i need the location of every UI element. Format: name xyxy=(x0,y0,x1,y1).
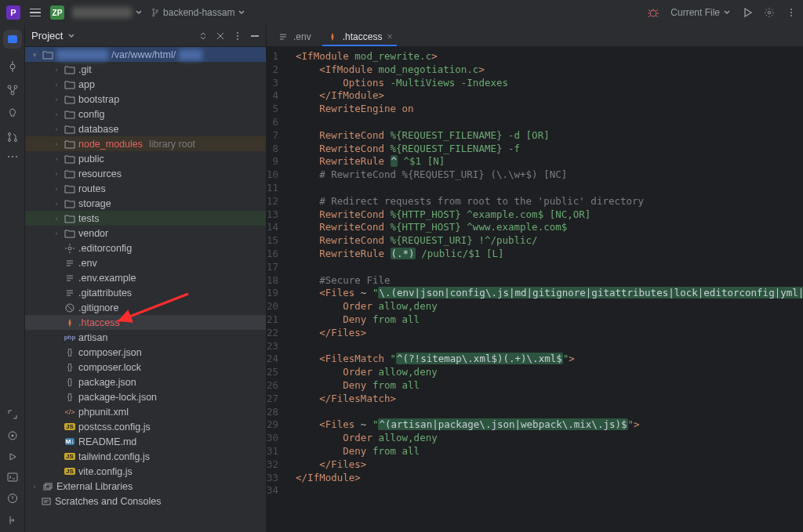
folder-icon xyxy=(64,184,75,194)
lines-icon xyxy=(64,288,75,298)
editor-area: .env.htaccess× 1234567891011121314151617… xyxy=(267,25,803,532)
tree-item-routes[interactable]: ›routes xyxy=(25,181,266,196)
tree-item--env[interactable]: .env xyxy=(25,255,266,270)
tree-item--env-example[interactable]: .env.example xyxy=(25,270,266,285)
tree-root[interactable]: ▾x /var/www/html/x xyxy=(25,47,266,62)
kebab-icon[interactable] xyxy=(233,31,242,41)
folder-icon xyxy=(64,229,75,238)
svg-point-9 xyxy=(10,64,15,69)
apache-icon xyxy=(327,32,338,42)
sidebar-title: Project xyxy=(31,30,63,42)
tree-item-public[interactable]: ›public xyxy=(25,151,266,166)
tree-item-phpunit-xml[interactable]: </>phpunit.xml xyxy=(25,404,266,419)
tree-item-storage[interactable]: ›storage xyxy=(25,196,266,211)
tree-item-package-lock-json[interactable]: {}package-lock.json xyxy=(25,389,266,404)
bulb-icon[interactable] xyxy=(8,108,17,119)
tree-item-vite-config-js[interactable]: JSvite.config.js xyxy=(25,464,266,479)
svg-point-10 xyxy=(8,85,11,89)
svg-point-1 xyxy=(153,15,154,16)
select-opened-icon[interactable] xyxy=(198,31,208,41)
svg-point-25 xyxy=(237,38,238,40)
tab--env[interactable]: .env xyxy=(270,27,319,46)
collapse-icon[interactable] xyxy=(216,31,225,41)
json-icon: {} xyxy=(64,348,75,356)
svg-point-5 xyxy=(790,9,792,10)
svg-rect-26 xyxy=(251,35,259,37)
tree-item-node_modules[interactable]: ›node_moduleslibrary root xyxy=(25,136,266,151)
vcs-branch[interactable]: backend-hassam xyxy=(151,7,245,18)
debug-bug-icon[interactable] xyxy=(647,6,659,19)
tree-item-vendor[interactable]: ›vendor xyxy=(25,226,266,241)
chevron-down-icon[interactable] xyxy=(67,32,75,40)
vcs-bottom-icon[interactable] xyxy=(7,515,18,526)
tree-item-composer-json[interactable]: {}composer.json xyxy=(25,345,266,360)
services-icon[interactable] xyxy=(7,430,18,441)
svg-point-7 xyxy=(790,15,792,16)
expand-icon[interactable] xyxy=(8,410,17,419)
folder-icon xyxy=(64,125,75,134)
tree-item-tailwind-config-js[interactable]: JStailwind.config.js xyxy=(25,449,266,464)
folder-icon xyxy=(64,199,75,208)
tree-item-bootstrap[interactable]: ›bootstrap xyxy=(25,92,266,107)
tree-item-config[interactable]: ›config xyxy=(25,107,266,121)
gear-icon[interactable] xyxy=(764,7,775,18)
project-name[interactable]: hidden xyxy=(72,7,143,18)
project-badge: ZP xyxy=(50,5,64,20)
gear-icon xyxy=(64,244,75,253)
commit-tool-icon[interactable] xyxy=(7,61,18,72)
tree-item-composer-lock[interactable]: {}composer.lock xyxy=(25,360,266,375)
tree-item--gitattributes[interactable]: .gitattributes xyxy=(25,285,266,300)
run-config-selector[interactable]: Current File xyxy=(670,7,731,18)
tree-item--git[interactable]: ›.git xyxy=(25,62,266,77)
tree-item--editorconfig[interactable]: .editorconfig xyxy=(25,241,266,255)
close-icon[interactable]: × xyxy=(387,31,392,42)
tree-item-README-md[interactable]: M↓README.md xyxy=(25,434,266,449)
svg-point-11 xyxy=(14,85,17,89)
project-tool-icon[interactable] xyxy=(3,30,22,49)
branch-icon xyxy=(151,8,160,17)
terminal-icon[interactable] xyxy=(7,472,18,482)
json-icon: {} xyxy=(64,393,75,401)
svg-rect-30 xyxy=(45,483,52,488)
structure-tool-icon[interactable] xyxy=(7,85,18,96)
tree-item-artisan[interactable]: phpartisan xyxy=(25,330,266,345)
pull-requests-icon[interactable] xyxy=(7,132,18,143)
apache-icon xyxy=(64,318,75,328)
file-tree[interactable]: ▾x /var/www/html/x›.git›app›bootstrap›co… xyxy=(25,47,266,532)
svg-point-17 xyxy=(12,156,13,157)
hide-icon[interactable] xyxy=(250,31,260,41)
js-icon: JS xyxy=(64,423,75,430)
tree-item--gitignore[interactable]: .gitignore xyxy=(25,300,266,315)
run-config-label: Current File xyxy=(670,7,720,18)
tree-item-package-json[interactable]: {}package.json xyxy=(25,375,266,389)
svg-point-0 xyxy=(153,9,154,10)
problems-icon[interactable] xyxy=(7,493,18,504)
ban-icon xyxy=(64,303,75,313)
tree-item--htaccess[interactable]: .htaccess xyxy=(25,315,266,330)
svg-point-24 xyxy=(237,35,238,37)
js-icon: JS xyxy=(64,453,75,460)
tree-item-database[interactable]: ›database xyxy=(25,121,266,136)
run-icon[interactable] xyxy=(742,7,753,18)
folder-icon xyxy=(64,110,75,119)
external-libraries[interactable]: ›External Libraries xyxy=(25,479,266,494)
tree-item-postcss-config-js[interactable]: JSpostcss.config.js xyxy=(25,419,266,434)
tree-item-tests[interactable]: ›tests xyxy=(25,211,266,226)
more-tool-icon[interactable] xyxy=(7,155,18,158)
tree-item-resources[interactable]: ›resources xyxy=(25,166,266,181)
kebab-icon[interactable] xyxy=(786,7,797,18)
svg-rect-8 xyxy=(8,35,17,43)
sidebar-header: Project xyxy=(25,25,266,47)
svg-point-4 xyxy=(768,11,771,14)
folder-icon xyxy=(64,95,75,104)
folder-icon xyxy=(64,169,75,179)
tab--htaccess[interactable]: .htaccess× xyxy=(319,27,401,46)
code-content[interactable]: <IfModule mod_rewrite.c> <IfModule mod_n… xyxy=(286,47,803,532)
tree-item-app[interactable]: ›app xyxy=(25,77,266,92)
hamburger-menu-icon[interactable] xyxy=(28,7,42,19)
json-icon: {} xyxy=(64,378,75,386)
run-bottom-icon[interactable] xyxy=(8,452,17,461)
scratches[interactable]: Scratches and Consoles xyxy=(25,494,266,508)
svg-point-12 xyxy=(11,92,14,95)
svg-point-23 xyxy=(237,32,238,34)
